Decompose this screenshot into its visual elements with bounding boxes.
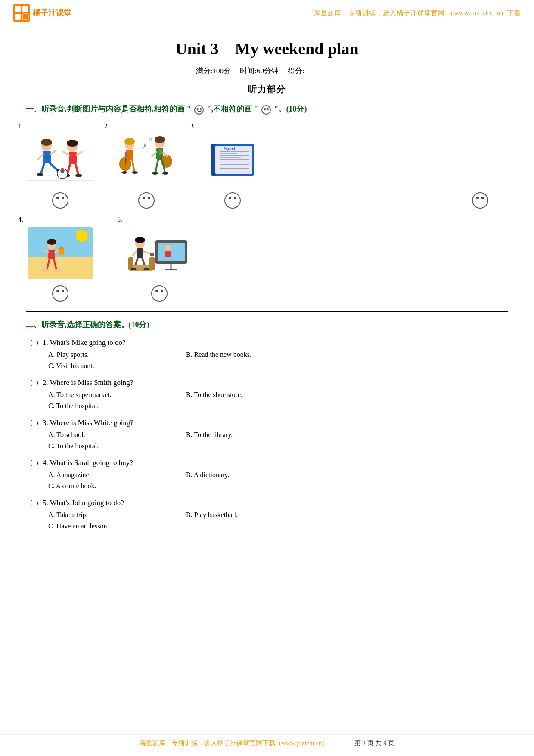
- section1-title-text: 一、听录音,判断图片与内容是否相符,相符的画 ": [26, 105, 191, 113]
- img-3b-empty: [469, 132, 491, 188]
- img-num-5: 5.: [117, 216, 122, 223]
- svg-point-37: [121, 171, 127, 174]
- q2-opt-4a: A. A magazine.: [48, 471, 186, 479]
- svg-line-8: [38, 154, 43, 159]
- q2-options-5: A. Take a trip. B. Play basketball. C. H…: [35, 511, 508, 530]
- section-divider: [26, 311, 508, 312]
- page-title: Unit 3 My weekend plan: [26, 39, 508, 58]
- footer-left: 海量题库、专项训练，进入橘子汁课堂官网下载（www.juzizhi.cn）: [140, 739, 329, 747]
- svg-line-17: [63, 152, 69, 155]
- svg-rect-3: [15, 14, 21, 20]
- section2-group: 二、听录音,选择正确的答案。(10分) （ ）1. What's Mike go…: [26, 319, 508, 530]
- score-blank[interactable]: [308, 73, 338, 73]
- happy-smiley: [194, 105, 204, 115]
- q2-opt-3a: A. To school.: [48, 431, 186, 439]
- image-item-5: 5.: [125, 216, 194, 302]
- section1-points: "。(10分): [274, 105, 307, 113]
- svg-line-11: [50, 163, 58, 171]
- tv-svg: [125, 227, 194, 279]
- q2-opt-2b: B. To the shoe store.: [186, 391, 508, 399]
- svg-rect-101: [149, 257, 155, 270]
- score-label: 得分:: [288, 67, 304, 75]
- svg-rect-76: [48, 250, 55, 259]
- section1-title: 一、听录音,判断图片与内容是否相符,相符的画 " ",不相符的画 " "。(10…: [26, 103, 508, 116]
- img-num-3b: [462, 122, 463, 130]
- img-num-4: 4.: [18, 216, 23, 223]
- img-4-beach: [26, 225, 95, 281]
- image-item-1: 1.: [26, 122, 95, 209]
- q2-opt-4b: B. A dictionary.: [186, 471, 508, 479]
- beach-svg: [28, 227, 93, 279]
- q2-content-2: ）2. Where is Miss Smith going? A. To the…: [35, 378, 508, 410]
- svg-point-52: [162, 172, 168, 175]
- q2-options-4: A. A magazine. B. A dictionary. C. A com…: [35, 471, 508, 490]
- svg-line-48: [152, 152, 156, 156]
- img-num-1: 1.: [18, 122, 23, 130]
- img-1-soccer: [26, 132, 95, 188]
- header-tagline: 海量题库、专项训练，进入橘子汁课堂官网 （www.juzizhi.cn）下载: [314, 9, 521, 17]
- q2-item-3: （ ）3. Where is Miss White going? A. To s…: [26, 418, 508, 450]
- img-num-2: 2.: [104, 122, 109, 130]
- sad-smiley: [261, 105, 271, 115]
- svg-line-20: [75, 164, 78, 175]
- section1-not-match-text: ",不相符的画 ": [207, 105, 258, 113]
- svg-rect-16: [69, 152, 77, 164]
- svg-point-87: [165, 245, 171, 251]
- svg-text:♪: ♪: [143, 141, 146, 150]
- q2-opt-1a: A. Play sports.: [48, 351, 186, 359]
- img-3-book: Sport: [198, 132, 267, 188]
- q2-opt-5a: A. Take a trip.: [48, 511, 186, 519]
- q2-opt-4c: C. A comic book.: [48, 482, 186, 490]
- q2-content-1: ）1. What's Mike going to do? A. Play spo…: [35, 337, 508, 370]
- answer-circle-2: [138, 192, 155, 209]
- q2-content-5: ）5. What's John going to do? A. Take a t…: [35, 498, 508, 530]
- svg-point-103: [143, 268, 149, 270]
- q2-question-2: ）2. Where is Miss Smith going?: [35, 378, 508, 387]
- svg-line-49: [155, 160, 158, 172]
- svg-rect-88: [165, 251, 171, 257]
- svg-line-96: [133, 251, 137, 256]
- svg-line-36: [132, 160, 134, 172]
- answer-circle-5: [151, 285, 168, 302]
- q2-opt-3b: B. To the library.: [186, 431, 508, 439]
- svg-point-38: [132, 171, 138, 174]
- svg-text:Sport: Sport: [224, 146, 236, 151]
- q2-question-3: ）3. Where is Miss White going?: [35, 418, 508, 428]
- svg-text:♫: ♫: [148, 136, 152, 143]
- svg-point-40: [155, 136, 165, 143]
- guitar-svg: ♪ ♫: [113, 133, 180, 187]
- svg-rect-86: [158, 243, 185, 261]
- q2-item-1: （ ）1. What's Mike going to do? A. Play s…: [26, 337, 508, 370]
- svg-point-68: [76, 230, 88, 242]
- page-footer: 海量题库、专项训练，进入橘子汁课堂官网下载（www.juzizhi.cn） 第 …: [0, 734, 534, 747]
- img-num-3: 3.: [190, 122, 196, 130]
- q2-item-4: （ ）4. What is Sarah going to buy? A. A m…: [26, 458, 508, 490]
- q2-content-4: ）4. What is Sarah going to buy? A. A mag…: [35, 458, 508, 490]
- footer-right: 第 2 页 共 9 页: [354, 739, 395, 747]
- q2-paren-1: （: [26, 337, 32, 347]
- svg-point-92: [135, 237, 145, 243]
- q2-item-5: （ ）5. What's John going to do? A. Take a…: [26, 498, 508, 530]
- section2-title-text: 二、听录音,选择正确的答案。(10分): [26, 320, 149, 329]
- image-item-3b: [469, 122, 491, 209]
- answer-circle-3: [224, 192, 241, 209]
- q2-opt-2c: C. To the hospital.: [48, 402, 186, 410]
- logo-icon: [13, 4, 30, 22]
- svg-line-18: [77, 152, 82, 155]
- svg-point-12: [37, 173, 43, 176]
- logo-text: 橘子汁课堂: [33, 8, 71, 18]
- svg-rect-2: [22, 6, 28, 12]
- q2-options-3: A. To school. B. To the library. C. To t…: [35, 431, 508, 450]
- unit-label: Unit 3: [175, 40, 218, 58]
- svg-point-102: [130, 268, 137, 270]
- svg-rect-1: [15, 6, 21, 12]
- q2-opt-3c: C. To the hospital.: [48, 442, 186, 450]
- q2-opt-5c: C. Have an art lesson.: [48, 522, 186, 530]
- answer-circle-1: [52, 192, 68, 209]
- svg-line-94: [143, 251, 151, 254]
- q2-options-2: A. To the supermarket. B. To the shoe st…: [35, 391, 508, 410]
- svg-point-27: [124, 138, 135, 145]
- logo-area: 橘子汁课堂: [13, 4, 71, 22]
- q2-paren-3: （: [26, 418, 32, 428]
- image-item-4: 4.: [26, 216, 95, 302]
